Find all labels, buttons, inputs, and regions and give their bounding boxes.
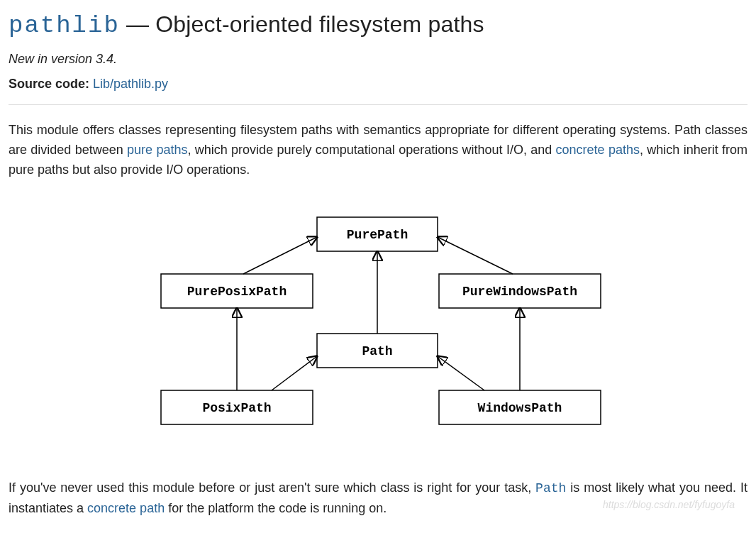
source-label: Source code: <box>9 77 89 91</box>
usage-paragraph: If you've never used this module before … <box>9 478 747 519</box>
version-note: New in version 3.4. <box>9 52 747 67</box>
arrow-posix-to-path <box>272 356 317 390</box>
path-label: Path <box>362 344 392 358</box>
arrow-windows-to-path <box>438 356 484 390</box>
page-title: pathlib — Object-oriented filesystem pat… <box>9 11 747 39</box>
concrete-path-link[interactable]: concrete path <box>87 501 165 515</box>
class-hierarchy-diagram: PurePath PurePosixPath PureWindowsPath P… <box>151 214 605 441</box>
watermark: https://blog.csdn.net/fyfugoyfa <box>603 498 735 513</box>
posixpath-label: PosixPath <box>202 401 271 415</box>
source-code-line: Source code: Lib/pathlib.py <box>9 77 747 92</box>
intro-paragraph: This module offers classes representing … <box>9 121 747 180</box>
pureposixpath-label: PurePosixPath <box>187 285 287 299</box>
source-link[interactable]: Lib/pathlib.py <box>93 77 168 91</box>
path-inline-code: Path <box>535 481 566 495</box>
arrow-purewindows-to-purepath <box>438 237 513 274</box>
purepath-label: PurePath <box>347 228 408 242</box>
arrow-pureposix-to-purepath <box>243 237 317 274</box>
module-name: pathlib <box>9 12 120 39</box>
title-rest: — Object-oriented filesystem paths <box>120 11 484 37</box>
usage-text-3: for the platform the code is running on. <box>165 501 387 515</box>
windowspath-label: WindowsPath <box>478 401 562 415</box>
usage-text-1: If you've never used this module before … <box>9 480 535 495</box>
purewindowspath-label: PureWindowsPath <box>462 285 577 299</box>
intro-text-2: , which provide purely computational ope… <box>187 143 555 157</box>
concrete-paths-link[interactable]: concrete paths <box>556 143 640 157</box>
pure-paths-link[interactable]: pure paths <box>127 143 187 157</box>
divider <box>9 104 747 105</box>
